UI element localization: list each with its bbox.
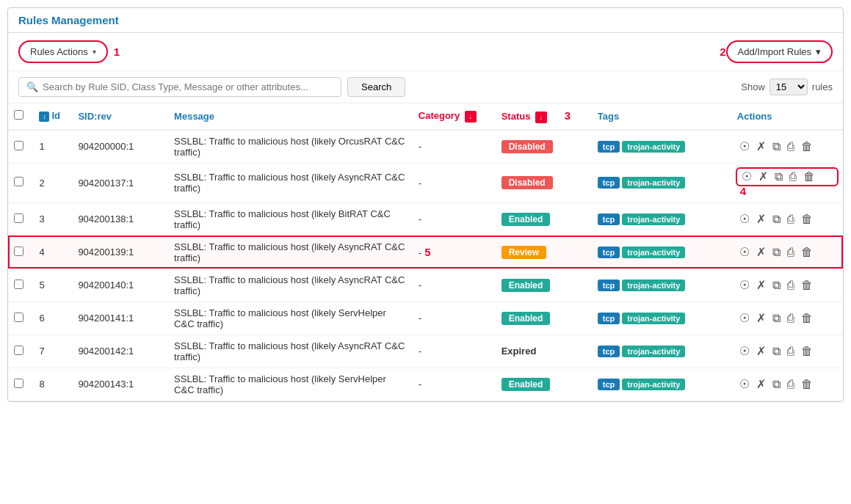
tag: trojan-activity [622,313,685,324]
row-actions: ☉✗⧉⎙🗑 [731,130,843,164]
row-actions: ☉✗⧉⎙🗑4 [731,163,843,202]
enable-action-button[interactable]: ☉ [737,245,752,260]
show-select[interactable]: 10 15 25 50 100 [769,78,808,95]
row-tags: tcptrojan-activity [592,302,731,335]
copy-action-button[interactable]: ⧉ [770,311,783,326]
row-category: - [413,368,496,401]
copy-action-button[interactable]: ⧉ [770,139,783,154]
th-check [8,103,33,130]
table-row: 2904200137:1SSLBL: Traffic to malicious … [8,163,843,202]
search-input[interactable] [43,81,333,92]
delete-action-button[interactable]: 🗑 [799,311,815,326]
disable-action-button[interactable]: ✗ [754,245,768,260]
tag: trojan-activity [622,346,685,357]
add-import-label: Add/Import Rules [738,46,811,57]
edit-action-button[interactable]: ⎙ [785,139,797,154]
table-row: 7904200142:1SSLBL: Traffic to malicious … [8,335,843,368]
copy-action-button[interactable]: ⧉ [770,278,783,293]
row-message: SSLBL: Traffic to malicious host (likely… [168,368,413,401]
search-input-wrap: 🔍 [18,77,341,97]
disable-action-button[interactable]: ✗ [754,139,768,154]
copy-action-button[interactable]: ⧉ [770,344,783,359]
row-checkbox[interactable] [14,246,23,256]
category-sort-icon[interactable]: ↓ [465,111,477,123]
row-checkbox[interactable] [14,313,23,322]
delete-action-button[interactable]: 🗑 [799,139,815,154]
th-actions: Actions [731,103,843,130]
row-tags: tcptrojan-activity [592,269,731,302]
annotation-5: 5 [424,246,430,258]
delete-action-button[interactable]: 🗑 [799,377,815,392]
row-checkbox[interactable] [14,280,23,289]
row-actions: ☉✗⧉⎙🗑 [731,368,843,401]
row-message: SSLBL: Traffic to malicious host (likely… [168,269,413,302]
status-sort-icon[interactable]: ↓ [535,112,547,123]
add-import-rules-button[interactable]: Add/Import Rules ▾ [726,40,833,63]
row-checkbox[interactable] [14,177,23,186]
delete-action-button[interactable]: 🗑 [801,169,817,184]
tag: trojan-activity [622,213,685,225]
th-category: Category ↓ [413,103,496,130]
add-import-caret: ▾ [816,46,821,57]
row-message: SSLBL: Traffic to malicious host (likely… [168,202,413,235]
actions-group: ☉✗⧉⎙🗑 [737,344,837,359]
edit-action-button[interactable]: ⎙ [785,344,797,359]
disable-action-button[interactable]: ✗ [754,311,768,326]
row-sid: 904200142:1 [72,335,168,368]
edit-action-button[interactable]: ⎙ [785,212,797,227]
rules-actions-caret: ▾ [93,48,96,56]
select-all-checkbox[interactable] [14,110,23,120]
edit-action-button[interactable]: ⎙ [785,278,797,293]
tag: tcp [598,313,620,324]
tag: tcp [598,141,620,153]
edit-action-button[interactable]: ⎙ [785,311,797,326]
toolbar-left: Rules Actions ▾ 1 [18,40,120,63]
th-message: Message [168,103,413,130]
disable-action-button[interactable]: ✗ [756,169,770,184]
edit-action-button[interactable]: ⎙ [785,377,797,392]
edit-action-button[interactable]: ⎙ [787,169,799,184]
status-badge: Disabled [501,176,553,189]
sort-icon[interactable]: ↕ [39,112,49,122]
copy-action-button[interactable]: ⧉ [770,245,783,260]
tag: tcp [598,213,620,225]
delete-action-button[interactable]: 🗑 [799,212,815,227]
enable-action-button[interactable]: ☉ [737,377,752,392]
disable-action-button[interactable]: ✗ [754,344,768,359]
disable-action-button[interactable]: ✗ [754,278,768,293]
tag: trojan-activity [622,280,685,291]
copy-action-button[interactable]: ⧉ [770,212,783,227]
delete-action-button[interactable]: 🗑 [799,245,815,260]
delete-action-button[interactable]: 🗑 [799,278,815,293]
row-actions: ☉✗⧉⎙🗑 [731,202,843,235]
row-checkbox[interactable] [14,213,23,223]
enable-action-button[interactable]: ☉ [737,139,752,154]
enable-action-button[interactable]: ☉ [737,311,752,326]
search-button[interactable]: Search [347,77,405,97]
copy-action-button[interactable]: ⧉ [770,377,783,392]
tag: trojan-activity [622,379,685,390]
row-id: 6 [33,302,72,335]
row-category: - [413,302,496,335]
copy-action-button[interactable]: ⧉ [772,169,785,184]
enable-action-button[interactable]: ☉ [737,278,752,293]
row-message: SSLBL: Traffic to malicious host (likely… [168,335,413,368]
actions-group: ☉✗⧉⎙🗑 [737,278,837,293]
row-category: - [413,335,496,368]
enable-action-button[interactable]: ☉ [739,169,754,184]
row-checkbox[interactable] [14,379,23,388]
row-checkbox[interactable] [14,141,23,150]
row-category: - [413,202,496,235]
tag: tcp [598,346,620,357]
row-checkbox[interactable] [14,346,23,355]
enable-action-button[interactable]: ☉ [737,212,752,227]
row-status: Disabled [496,130,592,164]
row-category: -5 [413,235,496,269]
rules-actions-button[interactable]: Rules Actions ▾ [18,40,108,63]
row-category: - [413,163,496,202]
edit-action-button[interactable]: ⎙ [785,245,797,260]
delete-action-button[interactable]: 🗑 [799,344,815,359]
disable-action-button[interactable]: ✗ [754,377,768,392]
enable-action-button[interactable]: ☉ [737,344,752,359]
disable-action-button[interactable]: ✗ [754,212,768,227]
